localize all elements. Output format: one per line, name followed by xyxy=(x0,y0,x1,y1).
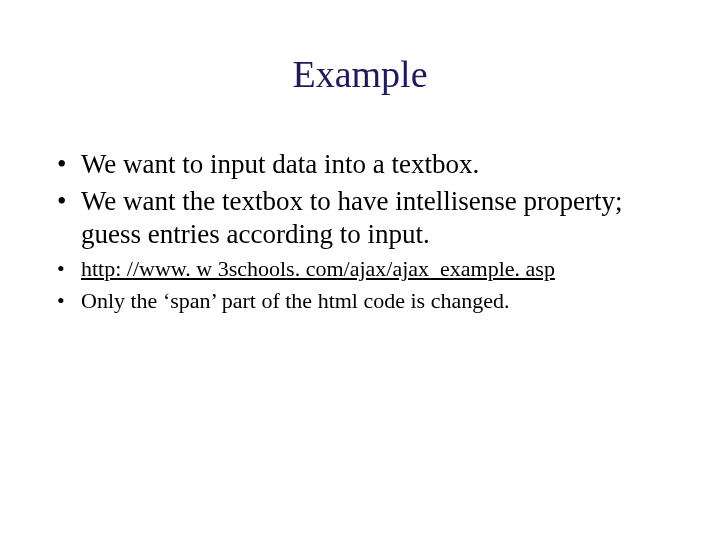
slide-title: Example xyxy=(0,52,720,96)
slide: Example We want to input data into a tex… xyxy=(0,0,720,540)
slide-body: We want to input data into a textbox. We… xyxy=(55,148,665,320)
bullet-list: We want to input data into a textbox. We… xyxy=(55,148,665,316)
bullet-item-link: http: //www. w 3schools. com/ajax/ajax_e… xyxy=(55,255,665,284)
link-text[interactable]: http: //www. w 3schools. com/ajax/ajax_e… xyxy=(81,256,555,281)
bullet-item: Only the ‘span’ part of the html code is… xyxy=(55,287,665,316)
bullet-item: We want to input data into a textbox. xyxy=(55,148,665,181)
bullet-item: We want the textbox to have intellisense… xyxy=(55,185,665,251)
